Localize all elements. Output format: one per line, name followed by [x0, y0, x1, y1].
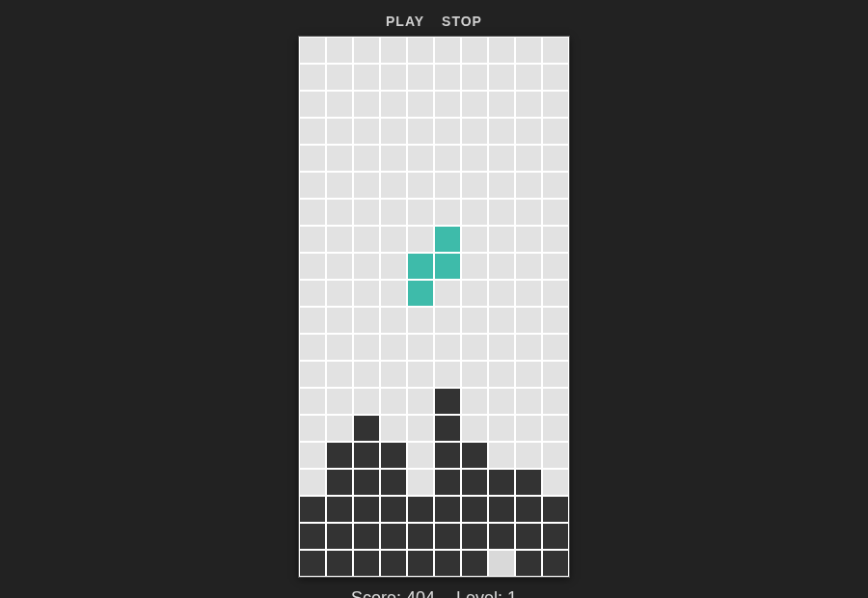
cell — [381, 470, 406, 495]
cell — [543, 227, 568, 252]
cell — [408, 308, 433, 333]
cell — [381, 146, 406, 171]
cell — [489, 362, 514, 387]
cell — [408, 443, 433, 468]
cell — [327, 308, 352, 333]
cell — [435, 470, 460, 495]
cell — [327, 335, 352, 360]
cell — [462, 254, 487, 279]
cell — [516, 146, 541, 171]
cell — [327, 416, 352, 441]
cell — [516, 497, 541, 522]
cell — [381, 227, 406, 252]
cell — [516, 227, 541, 252]
cell — [543, 92, 568, 117]
cell — [462, 92, 487, 117]
cell — [462, 362, 487, 387]
cell — [543, 362, 568, 387]
cell — [543, 524, 568, 549]
cell — [543, 551, 568, 576]
cell — [543, 119, 568, 144]
cell — [381, 443, 406, 468]
cell — [408, 254, 433, 279]
cell — [435, 335, 460, 360]
cell — [327, 470, 352, 495]
cell — [516, 416, 541, 441]
cell — [300, 146, 325, 171]
cell — [516, 335, 541, 360]
cell — [516, 551, 541, 576]
cell — [435, 443, 460, 468]
cell — [489, 65, 514, 90]
cell — [408, 146, 433, 171]
cell — [354, 524, 379, 549]
cell — [462, 524, 487, 549]
cell — [354, 389, 379, 414]
cell — [408, 173, 433, 198]
cell — [462, 497, 487, 522]
cell — [408, 119, 433, 144]
cell — [327, 92, 352, 117]
cell — [408, 524, 433, 549]
cell — [381, 416, 406, 441]
cell — [489, 497, 514, 522]
cell — [327, 38, 352, 63]
cell — [435, 227, 460, 252]
game-wrapper: PLAY STOP Score: 404 Level: 1 — [0, 0, 868, 598]
cell — [327, 200, 352, 225]
level-label: Level: — [456, 588, 502, 598]
stop-button[interactable]: STOP — [442, 14, 482, 29]
cell — [489, 416, 514, 441]
cell — [300, 281, 325, 306]
cell — [543, 281, 568, 306]
cell — [435, 497, 460, 522]
cell — [489, 200, 514, 225]
cell — [381, 173, 406, 198]
cell — [327, 362, 352, 387]
cell — [300, 470, 325, 495]
cell — [408, 362, 433, 387]
cell — [462, 146, 487, 171]
play-button[interactable]: PLAY — [386, 14, 424, 29]
cell — [489, 389, 514, 414]
cell — [354, 551, 379, 576]
cell — [354, 335, 379, 360]
cell — [381, 551, 406, 576]
cell — [489, 119, 514, 144]
cell — [408, 200, 433, 225]
cell — [462, 551, 487, 576]
cell — [408, 281, 433, 306]
cell — [408, 335, 433, 360]
cell — [489, 254, 514, 279]
cell — [516, 524, 541, 549]
cell — [354, 119, 379, 144]
cell — [300, 497, 325, 522]
cell — [408, 389, 433, 414]
cell — [408, 38, 433, 63]
cell — [381, 362, 406, 387]
cell — [354, 416, 379, 441]
cell — [381, 308, 406, 333]
cell — [516, 119, 541, 144]
cell — [435, 524, 460, 549]
cell — [327, 497, 352, 522]
cell — [516, 443, 541, 468]
cell — [516, 173, 541, 198]
cell — [516, 65, 541, 90]
cell — [381, 38, 406, 63]
cell — [462, 227, 487, 252]
cell — [408, 227, 433, 252]
cell — [435, 200, 460, 225]
cell — [354, 443, 379, 468]
cell — [489, 146, 514, 171]
cell — [489, 470, 514, 495]
cell — [462, 119, 487, 144]
cell — [300, 335, 325, 360]
cell — [543, 173, 568, 198]
cell — [435, 416, 460, 441]
cell — [543, 335, 568, 360]
game-board[interactable] — [299, 37, 569, 577]
cell — [300, 173, 325, 198]
cell — [516, 200, 541, 225]
cell — [327, 254, 352, 279]
